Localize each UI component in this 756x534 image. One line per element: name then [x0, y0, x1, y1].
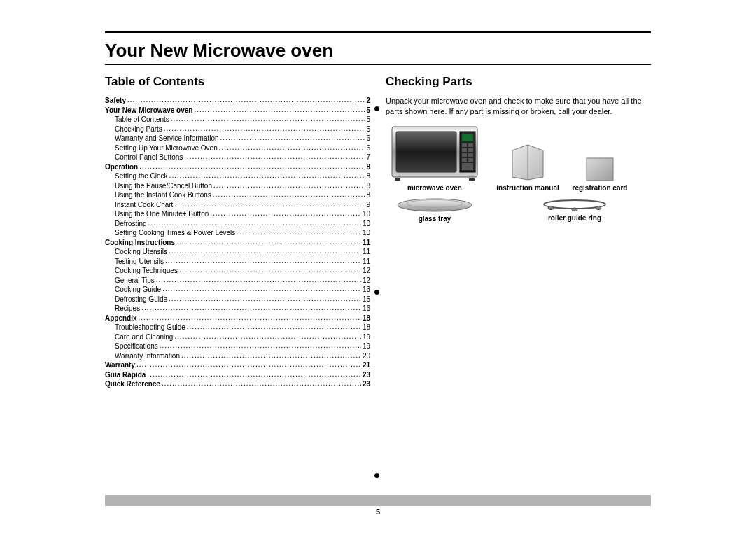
- toc-label: Using the Pause/Cancel Button: [115, 182, 212, 191]
- toc-entry: Defrosting10: [105, 219, 370, 229]
- toc-entry: Your New Microwave oven5: [105, 106, 370, 115]
- toc-page-number: 15: [363, 295, 370, 304]
- svg-point-23: [572, 208, 578, 211]
- rule-under-title: [105, 64, 651, 65]
- svg-rect-6: [462, 148, 467, 152]
- toc-page-number: 12: [363, 267, 370, 276]
- toc-leader-dots: [220, 134, 365, 141]
- svg-rect-8: [462, 153, 467, 157]
- toc-label: Warranty and Service Information: [115, 134, 219, 143]
- toc-leader-dots: [179, 266, 361, 273]
- svg-rect-3: [462, 134, 473, 141]
- toc-label: Using the Instant Cook Buttons: [115, 191, 211, 200]
- svg-rect-7: [468, 148, 473, 152]
- toc-page-number: 23: [363, 380, 370, 389]
- toc-label: Appendix: [105, 314, 137, 323]
- document-page: Your New Microwave oven Table of Content…: [0, 0, 756, 534]
- toc-label: Using the One Minute+ Button: [115, 210, 209, 219]
- toc-label: Troubleshooting Guide: [115, 323, 186, 332]
- toc-entry: Appendix18: [105, 314, 370, 323]
- toc-label: Defrosting: [115, 220, 147, 229]
- toc-label: Safety: [105, 97, 126, 106]
- toc-label: Checking Parts: [115, 125, 162, 134]
- toc-entry: Safety2: [105, 96, 370, 106]
- toc-entry: Defrosting Guide15: [105, 295, 370, 304]
- toc-page-number: 13: [363, 286, 370, 295]
- toc-page-number: 2: [366, 97, 370, 106]
- toc-entry: Care and Cleaning19: [105, 332, 370, 342]
- toc-page-number: 19: [363, 342, 370, 351]
- toc-leader-dots: [219, 143, 365, 150]
- svg-rect-12: [462, 163, 473, 170]
- toc-page-number: 16: [363, 304, 370, 314]
- svg-point-22: [596, 206, 601, 209]
- part-ring: roller guide ring: [533, 199, 617, 223]
- toc-leader-dots: [141, 304, 361, 311]
- toc-entry: Warranty and Service Information6: [105, 134, 370, 143]
- roller-ring-icon: [542, 199, 607, 211]
- svg-rect-10: [462, 158, 467, 162]
- toc-leader-dots: [164, 125, 365, 132]
- toc-leader-dots: [169, 295, 361, 302]
- toc-label: Specifications: [115, 342, 158, 351]
- toc-leader-dots: [147, 370, 361, 377]
- toc-label: Guía Rápida: [105, 371, 146, 380]
- toc-entry: Setting the Clock8: [105, 171, 370, 181]
- toc-leader-dots: [139, 314, 361, 321]
- svg-rect-5: [468, 143, 473, 147]
- column-right: Checking Parts Unpack your microwave ove…: [382, 71, 651, 389]
- toc-leader-dots: [176, 238, 361, 245]
- manual-icon: [508, 142, 547, 181]
- toc-entry: Specifications19: [105, 342, 370, 351]
- toc-entry: Guía Rápida23: [105, 370, 370, 380]
- toc-page-number: 20: [363, 352, 370, 361]
- svg-rect-14: [469, 178, 475, 181]
- toc-page-number: 5: [366, 115, 370, 125]
- svg-rect-11: [468, 158, 473, 162]
- toc-page-number: 11: [363, 248, 370, 257]
- toc-entry: Testing Utensils11: [105, 257, 370, 267]
- toc-label: Operation: [105, 163, 138, 172]
- toc-leader-dots: [169, 247, 361, 254]
- toc-label: Setting Up Your Microwave Oven: [115, 144, 218, 153]
- toc-label: Cooking Utensils: [115, 248, 167, 257]
- toc-entry: Cooking Instructions11: [105, 238, 370, 248]
- toc-label: Cooking Techniques: [115, 267, 178, 276]
- label-microwave: microwave oven: [407, 184, 462, 192]
- table-of-contents: Safety2Your New Microwave oven5Table of …: [105, 96, 370, 389]
- toc-entry: Using the Instant Cook Buttons8: [105, 190, 370, 200]
- toc-page-number: 10: [363, 210, 370, 219]
- toc-page-number: 12: [363, 276, 370, 286]
- card-icon: [586, 157, 614, 181]
- toc-leader-dots: [136, 360, 361, 367]
- svg-rect-4: [462, 143, 467, 147]
- toc-page-number: 9: [366, 201, 370, 210]
- toc-label: Quick Reference: [105, 380, 160, 389]
- toc-entry: Control Panel Buttons7: [105, 153, 370, 162]
- label-card: registration card: [573, 184, 628, 192]
- part-tray: glass tray: [386, 198, 484, 223]
- page-number: 5: [0, 507, 756, 516]
- toc-entry: Cooking Guide13: [105, 285, 370, 295]
- toc-page-number: 18: [363, 314, 370, 323]
- toc-entry: Checking Parts5: [105, 125, 370, 134]
- toc-page-number: 6: [366, 144, 370, 153]
- part-microwave: microwave oven: [386, 125, 484, 192]
- toc-page-number: 21: [363, 361, 370, 370]
- toc-page-number: 8: [366, 163, 370, 172]
- toc-label: Cooking Guide: [115, 286, 161, 295]
- toc-leader-dots: [187, 323, 361, 330]
- svg-point-21: [548, 206, 554, 209]
- toc-page-number: 5: [366, 106, 370, 115]
- svg-rect-13: [395, 178, 400, 181]
- toc-entry: Cooking Utensils11: [105, 247, 370, 257]
- toc-label: Instant Cook Chart: [115, 201, 173, 210]
- toc-label: Table of Contents: [115, 115, 169, 125]
- toc-label: Warranty Information: [115, 352, 180, 361]
- toc-label: Control Panel Buttons: [115, 153, 183, 162]
- toc-page-number: 18: [363, 323, 370, 332]
- toc-leader-dots: [139, 162, 365, 169]
- part-card: registration card: [572, 157, 628, 192]
- toc-entry: Using the One Minute+ Button10: [105, 209, 370, 219]
- toc-leader-dots: [171, 115, 365, 122]
